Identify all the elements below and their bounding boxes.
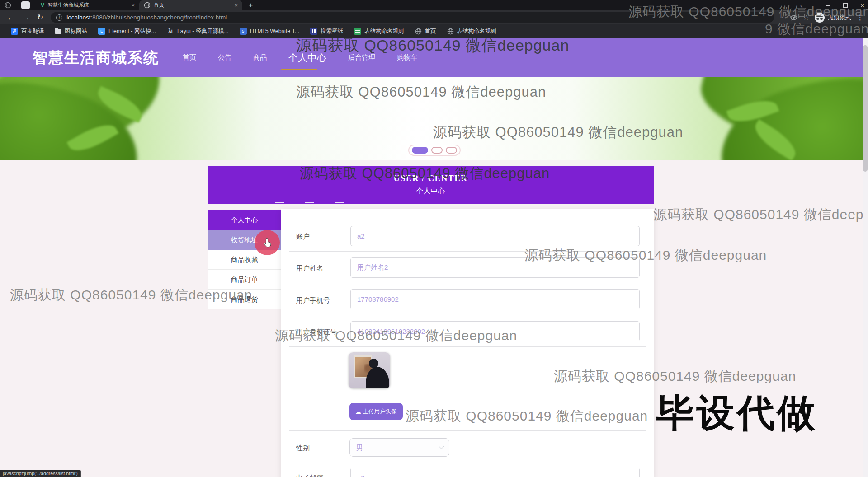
- layui-icon: λi: [167, 28, 174, 35]
- tab-search-icon[interactable]: [21, 1, 30, 9]
- bookmark-wallpaper[interactable]: 搜索壁纸: [310, 28, 343, 35]
- forward-button[interactable]: →: [22, 13, 30, 22]
- incognito-badge: 无痕模式: [815, 13, 851, 23]
- nav-item-home[interactable]: 首页: [183, 53, 196, 62]
- close-window-button[interactable]: ×: [860, 3, 864, 8]
- nav-item-user-center[interactable]: 个人中心: [288, 51, 326, 64]
- sidebar-item-returns[interactable]: 商品退货: [208, 290, 281, 309]
- name-label: 用户姓名: [296, 264, 323, 273]
- user-center-sidebar: 个人中心 收货地址 商品收藏 商品订单 商品退货: [208, 210, 281, 309]
- bookmark-html5-template[interactable]: 5HTML5 Website T...: [240, 28, 299, 35]
- browser-tab-mall[interactable]: V 智慧生活商城系统 ×: [36, 0, 139, 10]
- carousel-dot[interactable]: [446, 147, 457, 154]
- upload-avatar-button[interactable]: ☁ 上传用户头像: [349, 403, 403, 420]
- bookmark-element[interactable]: EElement - 网站快...: [98, 28, 156, 35]
- tab-close-icon[interactable]: ×: [131, 2, 135, 9]
- bookmark-baidu-translate[interactable]: 译百度翻译: [11, 28, 44, 35]
- globe-icon: [415, 28, 422, 35]
- account-input[interactable]: [350, 226, 640, 246]
- nav-item-notice[interactable]: 公告: [218, 53, 231, 62]
- watermark-big-text: 毕设代做: [656, 388, 817, 439]
- page-info-icon[interactable]: i: [56, 14, 62, 21]
- id-number-label: 用户身份证号: [296, 328, 337, 337]
- user-center-banner: USER / CENTER 个人中心: [208, 166, 654, 204]
- form-divider: [289, 430, 646, 431]
- new-tab-button[interactable]: +: [249, 1, 253, 9]
- chevron-down-icon: [439, 444, 444, 449]
- id-number-input[interactable]: [350, 321, 640, 341]
- maximize-button[interactable]: [843, 3, 848, 8]
- user-center-title-en: USER / CENTER: [208, 173, 654, 183]
- sheet-icon: [354, 28, 361, 35]
- phone-input[interactable]: [350, 289, 640, 309]
- phone-label: 用户手机号: [296, 296, 330, 305]
- address-bar[interactable]: i localhost:8080/zhihuishenghuoshangchen…: [51, 12, 774, 23]
- folder-icon: [55, 29, 61, 34]
- url-path: :8080/zhihuishenghuoshangcheng/front/ind…: [91, 14, 227, 21]
- tab-close-icon[interactable]: ×: [234, 2, 238, 9]
- reload-button[interactable]: ↻: [37, 13, 43, 22]
- bookmark-table-naming-2[interactable]: 表结构命名规则: [447, 28, 497, 35]
- baidu-translate-icon: 译: [11, 28, 18, 35]
- cursor-highlight: [255, 230, 280, 255]
- bookmark-label: Element - 网站快...: [108, 28, 156, 35]
- watermark-text: 源码获取 QQ86050149 微信deepguan: [653, 206, 868, 224]
- incognito-icon: [815, 13, 825, 23]
- bookmark-star-icon[interactable]: ☆: [803, 14, 809, 22]
- bookmark-icon-sites[interactable]: 图标网站: [55, 28, 87, 35]
- browser-menu-icon[interactable]: ⋮: [857, 14, 863, 22]
- bookmark-label: Layui - 经典开源模...: [177, 28, 229, 35]
- form-divider: [289, 251, 646, 252]
- email-input[interactable]: [350, 468, 640, 477]
- globe-icon: [447, 28, 454, 35]
- carousel-dot-active[interactable]: [412, 147, 428, 154]
- carousel-dot[interactable]: [431, 147, 443, 154]
- user-avatar: [349, 352, 390, 388]
- window-controls: ×: [826, 0, 864, 10]
- vue-icon: V: [41, 2, 44, 9]
- browser-tab-home[interactable]: 首页 ×: [139, 0, 242, 10]
- url-host: localhost: [66, 14, 90, 21]
- link-status-tooltip: javascript:jump('../address/list.html'): [0, 470, 81, 477]
- bookmark-label: 首页: [425, 28, 436, 35]
- form-divider: [289, 283, 646, 283]
- sidebar-item-orders[interactable]: 商品订单: [208, 270, 281, 290]
- element-ui-icon: E: [98, 28, 105, 35]
- account-label: 账户: [296, 233, 310, 241]
- bookmark-label: 表结构命名规则: [364, 28, 404, 35]
- bookmark-label: 图标网站: [65, 28, 87, 35]
- nav-item-cart[interactable]: 购物车: [397, 53, 417, 62]
- clipped-text-marks: [275, 202, 344, 203]
- gender-value: 男: [356, 444, 363, 451]
- gender-select[interactable]: 男: [349, 438, 449, 457]
- email-label: 电子邮箱: [296, 474, 323, 477]
- main-nav: 首页 公告 商品 个人中心 后台管理 购物车: [183, 38, 439, 77]
- user-center-title-zh: 个人中心: [208, 187, 654, 196]
- bookmark-home[interactable]: 首页: [415, 28, 436, 35]
- form-divider: [289, 397, 646, 397]
- eye-slash-icon[interactable]: [790, 14, 798, 22]
- carousel-indicators: [408, 145, 461, 156]
- globe-icon: [144, 2, 151, 9]
- gender-label: 性别: [296, 444, 310, 453]
- minimize-button[interactable]: [826, 5, 830, 6]
- nav-item-goods[interactable]: 商品: [253, 53, 267, 62]
- tab-title: 智慧生活商城系统: [47, 2, 128, 9]
- bookmarks-bar: 译百度翻译 图标网站 EElement - 网站快... λiLayui - 经…: [0, 24, 868, 38]
- bookmark-layui[interactable]: λiLayui - 经典开源模...: [167, 28, 229, 35]
- tab-title: 首页: [154, 2, 231, 9]
- hand-cursor-icon: [263, 237, 273, 249]
- cloud-upload-icon: ☁: [355, 408, 361, 415]
- page-scrollbar-thumb[interactable]: [863, 45, 868, 172]
- sidebar-item-user-center[interactable]: 个人中心: [208, 210, 281, 230]
- nav-item-admin[interactable]: 后台管理: [348, 53, 375, 62]
- site-header: 智慧生活商城系统 首页 公告 商品 个人中心 后台管理 购物车: [0, 38, 868, 77]
- bookmark-table-naming[interactable]: 表结构命名规则: [354, 28, 404, 35]
- nav-active-underline: [281, 69, 317, 70]
- name-input[interactable]: [350, 257, 640, 278]
- site-logo[interactable]: 智慧生活商城系统: [33, 48, 159, 68]
- hero-banner: [0, 77, 868, 160]
- back-button[interactable]: ←: [7, 13, 15, 22]
- form-divider: [289, 315, 646, 315]
- form-divider: [289, 463, 646, 463]
